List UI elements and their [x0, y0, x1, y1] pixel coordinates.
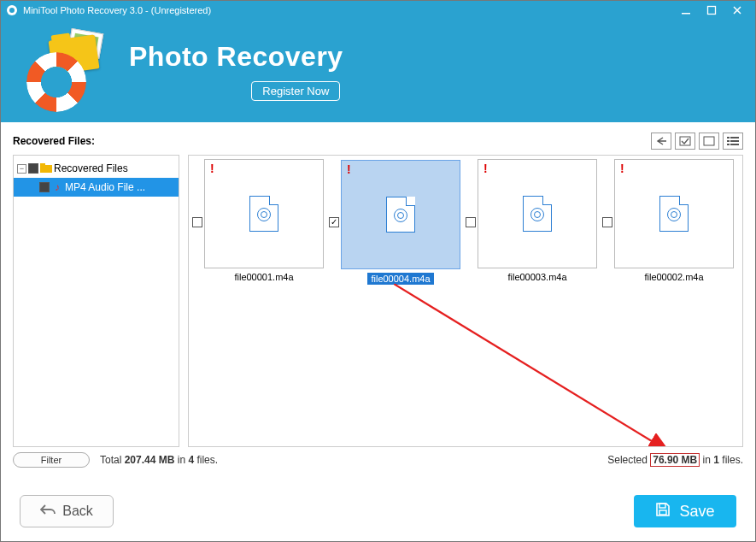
- svg-rect-10: [727, 144, 730, 145]
- total-status: Total 207.44 MB in 4 files.: [100, 454, 218, 466]
- list-view-icon[interactable]: [723, 133, 743, 150]
- file-icon: [659, 196, 689, 232]
- thumb-item[interactable]: ! file00001.m4a: [192, 159, 324, 286]
- thumb-item[interactable]: ! file00002.m4a: [602, 159, 734, 286]
- svg-rect-16: [659, 510, 666, 515]
- svg-rect-9: [730, 140, 739, 142]
- thumb-item[interactable]: ! file00004.m4a: [329, 159, 460, 286]
- window-title: MiniTool Photo Recovery 3.0 - (Unregiste…: [23, 5, 211, 15]
- check-view-icon[interactable]: [675, 133, 695, 150]
- tree-child-mp4[interactable]: ♪ MP4 Audio File ...: [14, 178, 179, 197]
- warning-icon: !: [347, 162, 351, 176]
- tree-root-label: Recovered Files: [54, 162, 128, 174]
- svg-rect-4: [680, 137, 690, 145]
- file-icon: [386, 197, 415, 233]
- thumb-preview[interactable]: !: [478, 159, 597, 268]
- save-icon: [655, 502, 671, 521]
- thumb-filename: file00003.m4a: [504, 268, 570, 286]
- status-bar: Filter Total 207.44 MB in 4 files. Selec…: [13, 447, 743, 468]
- warning-icon: !: [210, 162, 214, 175]
- tree-root[interactable]: − Recovered Files: [14, 159, 179, 178]
- header-banner: Photo Recovery Register Now: [1, 20, 755, 122]
- file-type-icon: ♪: [51, 181, 63, 193]
- maximize-button[interactable]: [699, 2, 724, 19]
- warning-icon: !: [620, 162, 624, 175]
- single-view-icon[interactable]: [699, 133, 719, 150]
- folder-icon: [40, 163, 52, 174]
- titlebar: MiniTool Photo Recovery 3.0 - (Unregiste…: [1, 1, 755, 20]
- file-icon: [523, 196, 552, 232]
- thumb-filename: file00002.m4a: [641, 268, 706, 286]
- thumb-checkbox[interactable]: [602, 217, 612, 227]
- svg-rect-2: [682, 13, 690, 15]
- warning-icon: !: [483, 162, 488, 175]
- register-now-button[interactable]: Register Now: [251, 81, 340, 101]
- back-button-label: Back: [62, 504, 93, 519]
- thumb-checkbox[interactable]: [466, 217, 476, 227]
- svg-rect-7: [730, 137, 739, 138]
- annotation-arrow-icon: [394, 284, 684, 447]
- svg-rect-3: [708, 7, 716, 15]
- banner-title: Photo Recovery: [129, 41, 343, 73]
- save-button[interactable]: Save: [634, 495, 736, 527]
- bottom-bar: Back Save: [1, 481, 755, 541]
- thumb-checkbox[interactable]: [329, 217, 339, 227]
- close-button[interactable]: [724, 2, 750, 19]
- svg-rect-6: [727, 137, 730, 138]
- file-icon: [249, 196, 278, 232]
- thumb-preview[interactable]: !: [614, 159, 734, 268]
- thumb-filename: file00004.m4a: [367, 273, 433, 285]
- thumbnail-pane[interactable]: ! file00001.m4a ! file00004.m4a: [188, 155, 743, 447]
- recovered-files-label: Recovered Files:: [13, 135, 95, 147]
- tri-state-checkbox[interactable]: [39, 182, 50, 192]
- tree-pane[interactable]: − Recovered Files ♪ MP4 Audio File ...: [13, 155, 179, 447]
- thumb-preview[interactable]: !: [341, 160, 460, 269]
- view-toolbar: [651, 133, 743, 150]
- svg-rect-13: [40, 163, 45, 167]
- app-icon: [6, 4, 18, 16]
- undo-icon: [40, 504, 56, 519]
- app-logo: [26, 31, 108, 112]
- thumb-filename: file00001.m4a: [231, 268, 296, 286]
- tree-child-label: MP4 Audio File ...: [65, 181, 145, 193]
- svg-line-14: [394, 284, 667, 447]
- svg-rect-8: [727, 140, 730, 142]
- svg-rect-5: [704, 137, 714, 145]
- tri-state-checkbox[interactable]: [28, 163, 38, 174]
- back-arrow-icon[interactable]: [651, 133, 671, 150]
- thumb-checkbox[interactable]: [192, 217, 202, 227]
- minimize-button[interactable]: [673, 2, 699, 19]
- thumb-item[interactable]: ! file00003.m4a: [466, 159, 597, 286]
- filter-button[interactable]: Filter: [13, 452, 90, 468]
- save-button-label: Save: [679, 503, 714, 521]
- collapse-icon[interactable]: −: [17, 164, 26, 174]
- svg-rect-11: [730, 144, 739, 145]
- selected-status: Selected 76.90 MB in 1 files.: [607, 454, 743, 466]
- thumb-preview[interactable]: !: [204, 159, 324, 268]
- svg-point-1: [9, 8, 15, 13]
- back-button[interactable]: Back: [20, 495, 114, 527]
